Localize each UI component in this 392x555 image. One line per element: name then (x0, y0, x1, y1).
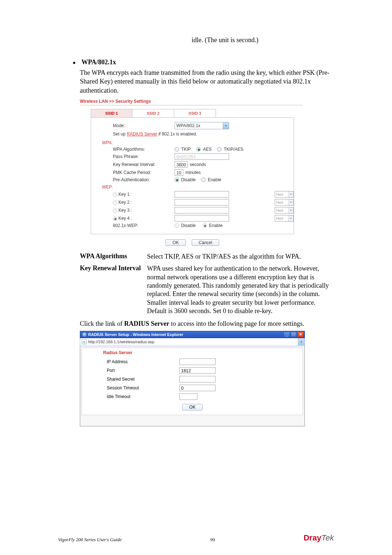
key4-label: Key 4 : (118, 216, 132, 221)
minimize-button[interactable]: _ (283, 332, 290, 337)
mode-label: Mode: (113, 123, 175, 128)
key2-format[interactable]: Hex▾ (275, 199, 294, 206)
ip-label: IP Address (107, 359, 179, 364)
ip-input[interactable] (179, 358, 216, 365)
8021xwep-label: 802.1x WEP: (113, 223, 175, 228)
section-heading: WPA/802.1x (81, 58, 116, 66)
key2-input[interactable] (175, 199, 229, 206)
pmk-input[interactable]: 10 (175, 169, 183, 176)
close-button[interactable]: ✕ (297, 332, 304, 337)
passphrase-label: Pass Phrase: (113, 154, 175, 159)
pmk-label: PMK Cache Period: (113, 170, 175, 175)
key1-label: Key 1 : (118, 192, 132, 197)
session-label: Session Timeout (107, 385, 179, 390)
radius-window-figure: RADIUS Server Setup - Windows Internet E… (80, 331, 305, 426)
radius-intro: Click the link of RADIUS Server to acces… (80, 319, 334, 328)
def-desc-wpaalg: Select TKIP, AES or TKIP/AES as the algo… (147, 252, 334, 261)
radio-tkipaes[interactable] (217, 147, 221, 151)
idle-label: Idle Timeout (107, 394, 179, 399)
chevron-down-icon[interactable]: ▾ (298, 338, 305, 345)
radio-key3[interactable] (113, 208, 117, 213)
passphrase-input[interactable]: 0x321253 (175, 153, 229, 160)
key3-format[interactable]: Hex▾ (275, 207, 294, 214)
window-title: RADIUS Server Setup - Windows Internet E… (88, 332, 183, 337)
session-input[interactable]: 0 (179, 385, 216, 391)
chevron-down-icon: ▾ (288, 191, 293, 197)
radius-server-bold: RADIUS Server (124, 320, 169, 327)
radio-aes[interactable] (196, 147, 201, 151)
radius-ok-button[interactable]: OK (182, 404, 202, 410)
opt-aes: AES (203, 147, 212, 152)
radio-preauth-enable[interactable] (201, 178, 205, 182)
mode-select[interactable]: WPA/802.1x ▾ (175, 122, 229, 129)
radio-8021xwep-disable[interactable] (175, 223, 179, 228)
window-titlebar: RADIUS Server Setup - Windows Internet E… (80, 331, 305, 338)
def-desc-renewal: WPA uses shared key for authentication t… (147, 264, 334, 315)
8021xwep-enable: Enable (209, 223, 222, 228)
tab-ssid1[interactable]: SSID 1 (91, 109, 132, 117)
radio-key2[interactable] (113, 200, 117, 205)
key3-label: Key 3 : (118, 208, 132, 213)
idle-note: idle. (The unit is second.) (116, 36, 334, 44)
key1-format[interactable]: Hex▾ (275, 191, 294, 198)
radio-key4[interactable] (113, 216, 117, 221)
mode-value: WPA/802.1x (176, 123, 200, 128)
definition-list: WPA Algorithms Select TKIP, AES or TKIP/… (80, 252, 334, 316)
chevron-down-icon: ▾ (288, 199, 293, 205)
guide-name: VigorFly 200 Series User's Guide (58, 537, 122, 543)
radio-key1[interactable] (113, 193, 117, 197)
radius-server-link[interactable]: RADIUS Server (127, 131, 157, 137)
draytek-logo: DrayTek (303, 533, 334, 543)
cancel-button[interactable]: Cancel (192, 239, 219, 246)
opt-tkip: TKIP (181, 147, 191, 152)
key3-input[interactable] (175, 207, 229, 214)
renewal-label: Key Renewal Interval: (113, 162, 175, 167)
key4-input[interactable] (175, 215, 229, 222)
secret-label: Shared Secret (107, 377, 179, 382)
security-settings-figure: Wireless LAN >> Security Settings SSID 1… (80, 98, 334, 246)
chevron-down-icon: ▾ (223, 122, 229, 129)
bullet-icon: ● (73, 60, 75, 66)
address-bar: e http://192.168.1.1/wireless/radius.asp… (80, 338, 305, 346)
radius-header: Radius Server (103, 350, 300, 355)
ie-icon (82, 332, 87, 337)
renewal-input[interactable]: 3600 (175, 161, 188, 168)
key1-input[interactable] (175, 191, 229, 198)
radio-8021xwep-enable[interactable] (203, 223, 207, 228)
ssid-tabs: SSID 1 SSID 2 SSID 3 (91, 109, 294, 117)
8021xwep-disable: Disable (181, 223, 196, 228)
maximize-button[interactable]: □ (290, 332, 297, 337)
breadcrumb: Wireless LAN >> Security Settings (80, 98, 303, 105)
def-term-renewal: Key Renewal Interval (80, 264, 147, 315)
wpa-alg-label: WPA Algorithms: (113, 147, 175, 152)
ok-button[interactable]: OK (166, 239, 185, 246)
preauth-label: Pre-Authentication: (113, 177, 175, 182)
radius-setup-hint: Set up RADIUS Server if 802.1x is enable… (91, 130, 294, 139)
chevron-down-icon: ▾ (288, 207, 293, 213)
wep-section-label: WEP: (91, 183, 294, 190)
page-footer: VigorFly 200 Series User's Guide 99 Dray… (58, 533, 334, 543)
pmk-unit: minutes (185, 170, 201, 175)
idle-input[interactable] (179, 393, 197, 400)
chevron-down-icon: ▾ (288, 215, 293, 221)
page-number: 99 (122, 537, 303, 543)
tab-ssid3[interactable]: SSID 3 (174, 109, 216, 117)
radio-tkip[interactable] (175, 147, 179, 151)
opt-tkipaes: TKIP/AES (224, 147, 243, 152)
port-label: Port (107, 368, 179, 373)
radio-preauth-disable[interactable] (175, 178, 179, 182)
section-intro: The WPA encrypts each frame transmitted … (80, 68, 334, 95)
preauth-disable: Disable (181, 177, 196, 182)
page-icon: e (82, 339, 87, 344)
tab-ssid2[interactable]: SSID 2 (132, 109, 174, 117)
renewal-unit: seconds (190, 162, 206, 167)
preauth-enable: Enable (208, 177, 221, 182)
def-term-wpaalg: WPA Algorithms (80, 252, 147, 261)
key2-label: Key 2 : (118, 200, 132, 205)
url-text[interactable]: http://192.168.1.1/wireless/radius.asp (88, 340, 297, 344)
port-input[interactable]: 1812 (179, 367, 216, 374)
key4-format[interactable]: Hex▾ (275, 215, 294, 222)
secret-input[interactable] (179, 376, 216, 382)
wpa-section-label: WPA: (91, 139, 294, 146)
